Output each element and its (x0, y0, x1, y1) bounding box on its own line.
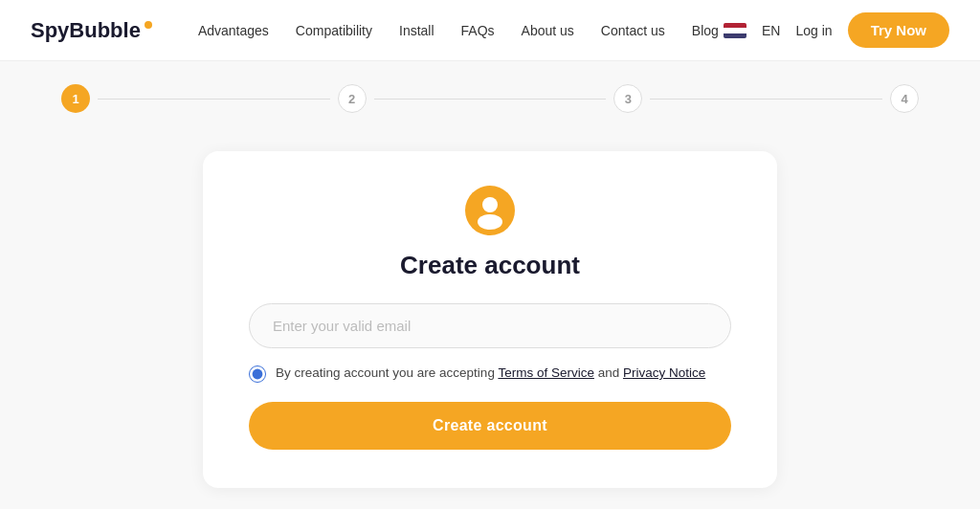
login-button[interactable]: Log in (795, 23, 832, 38)
step-1: 1 (61, 84, 90, 113)
try-now-button[interactable]: Try Now (848, 12, 949, 48)
nav-install[interactable]: Install (399, 23, 434, 38)
user-icon-wrap (465, 186, 515, 239)
privacy-notice-link[interactable]: Privacy Notice (623, 365, 705, 380)
card-title: Create account (400, 251, 580, 280)
terms-radio[interactable] (249, 365, 266, 383)
svg-point-1 (482, 197, 498, 212)
terms-prefix: By creating account you are accepting (276, 365, 498, 380)
step-line-2 (374, 99, 607, 100)
terms-text: By creating account you are accepting Te… (276, 364, 705, 383)
language-label[interactable]: EN (762, 23, 780, 38)
nav-faqs[interactable]: FAQs (461, 23, 495, 38)
create-account-card: Create account By creating account you a… (203, 151, 777, 488)
logo-dot (145, 21, 152, 29)
terms-and: and (594, 365, 623, 380)
step-2: 2 (338, 84, 367, 113)
flag-icon (724, 23, 746, 38)
nav-advantages[interactable]: Advantages (198, 23, 269, 38)
nav-blog[interactable]: Blog (692, 23, 719, 38)
main-nav: Advantages Compatibility Install FAQs Ab… (198, 23, 724, 38)
header-right: EN Log in Try Now (724, 12, 949, 48)
svg-point-2 (478, 214, 502, 230)
brand-name: SpyBubble (31, 18, 141, 43)
step-line-1 (98, 99, 330, 100)
terms-row: By creating account you are accepting Te… (249, 364, 731, 383)
step-4: 4 (890, 84, 919, 113)
terms-of-service-link[interactable]: Terms of Service (498, 365, 594, 380)
main-content: Create account By creating account you a… (0, 136, 980, 503)
progress-stepper: 1 2 3 4 (0, 61, 980, 136)
create-account-button[interactable]: Create account (249, 402, 731, 450)
nav-contact-us[interactable]: Contact us (601, 23, 665, 38)
step-line-3 (650, 99, 882, 100)
logo: SpyBubble (31, 18, 152, 43)
nav-about-us[interactable]: About us (522, 23, 574, 38)
user-icon (465, 186, 515, 235)
nav-compatibility[interactable]: Compatibility (296, 23, 372, 38)
email-input[interactable] (249, 303, 731, 348)
header: SpyBubble Advantages Compatibility Insta… (0, 0, 980, 61)
step-3: 3 (613, 84, 642, 113)
